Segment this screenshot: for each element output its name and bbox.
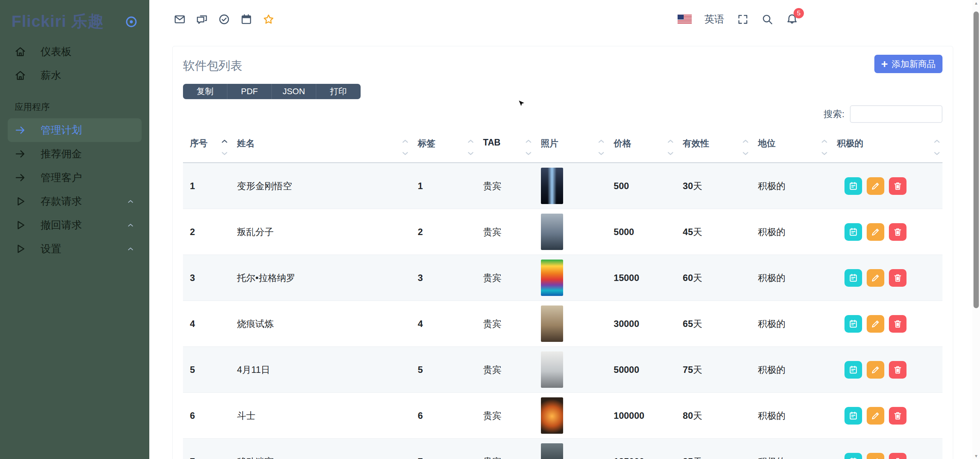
sort-asc-icon[interactable] [467,139,474,144]
export-button-JSON[interactable]: JSON [272,84,316,99]
sort-asc-icon[interactable] [821,139,828,144]
column-label: 有效性 [683,138,709,148]
us-flag-icon[interactable] [678,15,692,24]
sidebar-item-撤回请求[interactable]: 撤回请求 [0,213,149,237]
product-photo [541,214,563,250]
sort-asc-icon[interactable] [667,139,674,144]
sort-desc-icon[interactable] [742,151,749,156]
chat-icon[interactable] [196,13,208,25]
cell-serial: 7 [183,439,230,459]
sort-desc-icon[interactable] [525,151,532,156]
column-header-actions[interactable]: 积极的 [830,137,942,163]
export-button-PDF[interactable]: PDF [227,84,272,99]
view-button[interactable] [844,177,862,195]
delete-button[interactable] [889,269,906,287]
sidebar-item-管理计划[interactable]: 管理计划 [8,118,142,142]
column-header-sn[interactable]: 序号 [183,137,230,163]
pencil-icon [871,273,880,283]
sidebar-item-仪表板[interactable]: 仪表板 [0,40,149,64]
search-label: 搜索: [823,108,844,120]
scrollbar-thumb[interactable] [973,11,979,308]
sidebar-item-label: 撤回请求 [41,218,82,232]
calendar-icon[interactable] [240,13,252,25]
language-label[interactable]: 英语 [704,13,724,26]
star-icon[interactable] [263,13,274,25]
edit-button[interactable] [867,315,884,333]
sort-desc-icon[interactable] [221,151,228,156]
check-circle-icon[interactable] [218,13,230,25]
sidebar-item-存款请求[interactable]: 存款请求 [0,189,149,213]
trash-icon [893,273,903,283]
edit-button[interactable] [867,223,884,241]
sidebar-item-label: 薪水 [41,69,61,82]
trash-icon [893,181,903,191]
column-header-photo[interactable]: 照片 [534,137,607,163]
delete-button[interactable] [889,315,906,333]
sort-desc-icon[interactable] [667,151,674,156]
sort-asc-icon[interactable] [221,139,228,144]
sort-desc-icon[interactable] [821,151,828,156]
add-new-item-button[interactable]: + 添加新商品 [874,55,942,73]
delete-button[interactable] [889,223,906,241]
column-header-name[interactable]: 姓名 [230,137,411,163]
sort-asc-icon[interactable] [402,139,408,144]
view-button[interactable] [844,361,862,379]
view-button[interactable] [844,315,862,333]
cell-price: 500 [607,163,676,209]
app-logo[interactable]: Flickiri 乐趣 [11,11,104,32]
envelope-icon[interactable] [174,13,186,25]
cell-price: 125000 [607,439,676,459]
export-button-复制[interactable]: 复制 [183,84,227,99]
sidebar-item-管理客户[interactable]: 管理客户 [0,166,149,189]
delete-button[interactable] [889,177,906,195]
sidebar-item-推荐佣金[interactable]: 推荐佣金 [0,142,149,166]
sort-asc-icon[interactable] [934,139,940,144]
cell-validity: 85天 [676,439,751,459]
delete-button[interactable] [889,361,906,379]
sort-desc-icon[interactable] [402,151,408,156]
cell-photo [534,347,607,393]
view-button[interactable] [844,269,862,287]
column-header-price[interactable]: 价格 [607,137,676,163]
cell-serial: 3 [183,255,230,301]
column-header-tab[interactable]: TAB [476,137,534,163]
search-icon[interactable] [761,13,773,25]
column-header-validity[interactable]: 有效性 [676,137,751,163]
circle-dot-icon[interactable] [125,15,138,28]
cell-serial: 5 [183,347,230,393]
sort-desc-icon[interactable] [934,151,940,156]
sidebar-item-薪水[interactable]: 薪水 [0,64,149,87]
sort-desc-icon[interactable] [598,151,604,156]
view-button[interactable] [844,223,862,241]
edit-button[interactable] [867,177,884,195]
scroll-down-arrow-icon[interactable]: ▼ [972,454,980,458]
sort-asc-icon[interactable] [598,139,604,144]
view-button[interactable] [844,453,862,459]
scroll-up-arrow-icon[interactable]: ▲ [972,1,980,5]
pencil-icon [871,411,880,421]
sort-asc-icon[interactable] [525,139,532,144]
column-header-status[interactable]: 地位 [751,137,830,163]
cell-status: 积极的 [751,209,830,255]
search-input[interactable] [850,105,942,123]
edit-button[interactable] [867,269,884,287]
edit-button[interactable] [867,453,884,459]
fullscreen-icon[interactable] [737,13,749,25]
sort-asc-icon[interactable] [742,139,749,144]
play-icon [15,243,26,255]
bell-icon[interactable]: 5 [786,13,798,25]
cell-name: 斗士 [230,393,411,439]
column-header-tag[interactable]: 标签 [411,137,476,163]
notification-badge: 5 [794,8,804,18]
trash-icon [893,319,903,329]
calendar-note-icon [848,365,858,375]
sidebar-item-设置[interactable]: 设置 [0,237,149,261]
edit-button[interactable] [867,361,884,379]
delete-button[interactable] [889,453,906,459]
sort-desc-icon[interactable] [467,151,474,156]
cell-tag: 6 [411,393,476,439]
delete-button[interactable] [889,407,906,425]
export-button-打印[interactable]: 打印 [316,84,361,99]
view-button[interactable] [844,407,862,425]
edit-button[interactable] [867,407,884,425]
